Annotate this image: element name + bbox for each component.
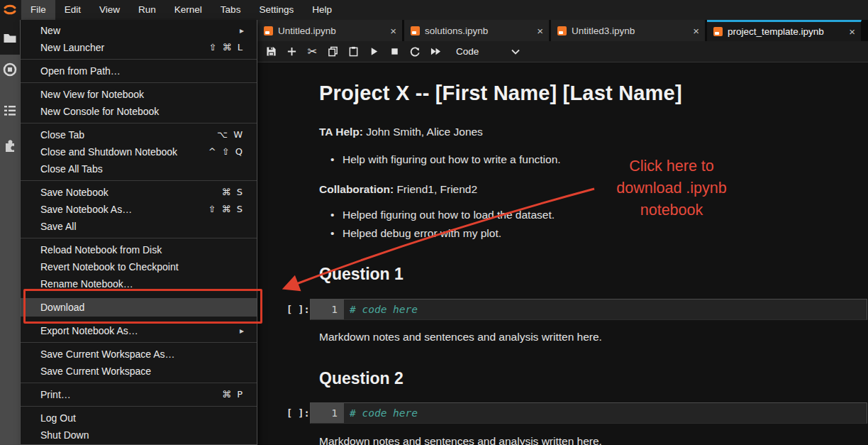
jupyter-logo	[0, 0, 20, 20]
menu-separator	[21, 406, 257, 407]
notebook-file-icon	[264, 26, 273, 35]
restart-kernel-button[interactable]	[405, 43, 425, 61]
menu-item-close-shutdown[interactable]: Close and Shutdown Notebook^ ⇧ Q	[21, 143, 257, 160]
menu-item-new-launcher[interactable]: New Launcher⇧ ⌘ L	[21, 39, 257, 56]
markdown-cell-text: Markdown notes and sentences and analysi…	[319, 435, 602, 445]
chevron-down-icon	[511, 46, 520, 57]
menu-view[interactable]: View	[90, 0, 129, 20]
cell-type-value: Code	[456, 46, 479, 57]
list-item: Helped debug error with my plot.	[330, 227, 555, 240]
menu-separator	[21, 59, 257, 60]
code-text: # code here	[344, 300, 418, 319]
file-menu-dropdown: New New Launcher⇧ ⌘ L Open from Path… Ne…	[20, 20, 257, 445]
menu-item-new-view[interactable]: New View for Notebook	[21, 86, 257, 103]
cell-type-dropdown[interactable]: Code	[456, 46, 520, 57]
menu-item-save-notebook-as[interactable]: Save Notebook As…⇧ ⌘ S	[21, 201, 257, 218]
tab-close-icon[interactable]: ×	[849, 27, 855, 36]
ta-help-value: John Smith, Alice Jones	[366, 126, 483, 138]
menu-help[interactable]: Help	[303, 0, 341, 20]
running-kernels-icon[interactable]	[3, 62, 17, 77]
tab-close-icon[interactable]: ×	[390, 26, 396, 35]
cell-prompt: [ ]:	[286, 407, 310, 419]
ta-help-label: TA Help:	[319, 126, 363, 138]
copy-cells-button[interactable]	[323, 43, 343, 61]
notebook-file-icon	[713, 27, 723, 36]
code-cell[interactable]: 1 # code here	[310, 299, 867, 320]
cut-cells-button[interactable]: ✂	[302, 43, 323, 61]
menu-item-shut-down[interactable]: Shut Down	[21, 427, 257, 444]
tab-label: project_template.ipynb	[728, 26, 842, 37]
notebook-content: Project X -- [First Name] [Last Name] TA…	[257, 63, 868, 445]
menu-settings[interactable]: Settings	[250, 0, 303, 20]
collaboration-bullets: Helped figuring out how to load the data…	[330, 209, 555, 246]
dock-tab-bar: Untitled.ipynb × solutions.ipynb × Untit…	[257, 20, 868, 41]
menu-item-export-notebook-as[interactable]: Export Notebook As…	[21, 322, 257, 339]
tab-close-icon[interactable]: ×	[693, 26, 699, 35]
download-highlight-box	[23, 289, 262, 324]
menu-item-new[interactable]: New	[21, 22, 257, 39]
restart-run-all-button[interactable]	[425, 43, 446, 61]
notebook-title: Project X -- [First Name] [Last Name]	[319, 82, 682, 105]
menu-separator	[21, 123, 257, 123]
tab-label: solutions.ipynb	[425, 26, 530, 36]
tab-untitled-ipynb[interactable]: Untitled.ipynb ×	[257, 20, 403, 41]
notebook-file-icon	[411, 26, 420, 35]
menu-item-log-out[interactable]: Log Out	[21, 410, 257, 427]
menu-run[interactable]: Run	[129, 0, 165, 20]
code-cell[interactable]: 1 # code here	[310, 402, 867, 424]
markdown-cell-text: Markdown notes and sentences and analysi…	[319, 331, 602, 344]
list-item: Helped figuring out how to load the data…	[330, 209, 555, 221]
scissors-icon: ✂	[308, 45, 317, 58]
menu-item-save-workspace-as[interactable]: Save Current Workspace As…	[21, 346, 257, 363]
menu-tabs[interactable]: Tabs	[211, 0, 250, 20]
list-item: Help with figuring out how to write a fu…	[330, 153, 561, 166]
menu-separator	[21, 82, 257, 83]
collaboration-line: Collaboration: Friend1, Friend2	[319, 183, 477, 196]
tab-label: Untitled.ipynb	[278, 26, 383, 36]
save-button[interactable]	[261, 43, 282, 61]
menu-separator	[21, 180, 257, 181]
table-of-contents-icon[interactable]	[3, 104, 17, 118]
jupyterlab-window: File Edit View Run Kernel Tabs Settings …	[0, 0, 868, 445]
question-1-heading: Question 1	[319, 265, 404, 284]
menu-item-reload-from-disk[interactable]: Reload Notebook from Disk	[21, 241, 257, 258]
menu-item-revert-to-checkpoint[interactable]: Revert Notebook to Checkpoint	[21, 258, 257, 275]
menu-file[interactable]: File	[21, 0, 55, 20]
code-text: # code here	[344, 403, 418, 423]
line-number: 1	[311, 403, 344, 423]
add-cell-button[interactable]	[282, 43, 302, 61]
tab-project-template-ipynb[interactable]: project_template.ipynb ×	[707, 20, 862, 41]
paste-cells-button[interactable]	[343, 43, 364, 61]
file-browser-icon[interactable]	[3, 31, 17, 45]
annotation-line: Click here to	[594, 155, 749, 177]
line-number: 1	[311, 300, 344, 319]
menu-item-save-all[interactable]: Save All	[21, 218, 257, 235]
menu-edit[interactable]: Edit	[55, 0, 90, 20]
menu-item-open-from-path[interactable]: Open from Path…	[21, 62, 257, 79]
annotation-line: notebook	[594, 199, 749, 221]
menu-item-print[interactable]: Print…⌘ P	[21, 386, 257, 403]
interrupt-kernel-button[interactable]	[384, 43, 405, 61]
menu-item-save-notebook[interactable]: Save Notebook⌘ S	[21, 184, 257, 201]
question-2-heading: Question 2	[319, 369, 404, 388]
cell-prompt: [ ]:	[286, 304, 310, 315]
menu-item-close-tab[interactable]: Close Tab⌥ W	[21, 126, 257, 143]
left-sidebar	[0, 20, 20, 445]
menu-item-save-workspace[interactable]: Save Current Workspace	[21, 363, 257, 380]
menu-separator	[21, 383, 257, 383]
tab-label: Untitled3.ipynb	[572, 26, 686, 36]
extension-manager-icon[interactable]	[3, 139, 17, 153]
menu-item-close-all-tabs[interactable]: Close All Tabs	[21, 160, 257, 177]
tab-solutions-ipynb[interactable]: solutions.ipynb ×	[404, 20, 550, 41]
notebook-toolbar: ✂ Code	[257, 41, 868, 62]
menu-item-new-console[interactable]: New Console for Notebook	[21, 103, 257, 120]
run-cell-button[interactable]	[364, 43, 384, 61]
tab-untitled3-ipynb[interactable]: Untitled3.ipynb ×	[551, 20, 706, 41]
tab-close-icon[interactable]: ×	[537, 26, 543, 35]
menu-kernel[interactable]: Kernel	[165, 0, 211, 20]
annotation-line: download .ipynb	[594, 177, 749, 199]
menu-separator	[21, 342, 257, 343]
ta-help-bullets: Help with figuring out how to write a fu…	[330, 153, 561, 172]
notebook-file-icon	[557, 26, 567, 35]
menu-separator	[21, 238, 257, 238]
